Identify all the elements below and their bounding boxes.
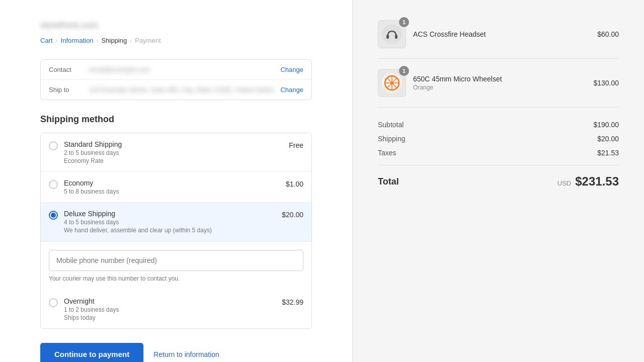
radio-overnight <box>49 298 58 307</box>
mobile-phone-section: Your courier may use this number to cont… <box>41 241 311 290</box>
grand-total-label: Total <box>378 176 399 187</box>
option-info-overnight: Overnight 1 to 2 business days Ships tod… <box>64 297 274 321</box>
option-name-deluxe: Deluxe Shipping <box>64 210 274 218</box>
subtotal-row: Subtotal $190.00 <box>378 118 619 132</box>
svg-rect-2 <box>395 35 397 39</box>
svg-point-0 <box>382 24 402 44</box>
option-info-standard: Standard Shipping 2 to 5 business days E… <box>64 140 281 164</box>
breadcrumb: Cart › Information › Shipping › Payment <box>40 37 312 44</box>
right-panel: 1 ACS Crossfire Headset $60.00 <box>352 0 644 362</box>
breadcrumb-payment: Payment <box>135 37 160 44</box>
option-days-economy: 5 to 8 business days <box>64 188 278 195</box>
item-badge-2: 1 <box>399 66 409 76</box>
contact-change[interactable]: Change <box>280 66 303 73</box>
shipping-method-title: Shipping method <box>40 114 312 125</box>
option-name-economy: Economy <box>64 179 278 187</box>
shipping-option-overnight[interactable]: Overnight 1 to 2 business days Ships tod… <box>41 290 311 328</box>
item-price-1: $60.00 <box>597 30 619 38</box>
radio-standard <box>49 141 58 150</box>
shipping-option-economy[interactable]: Economy 5 to 8 business days $1.00 <box>41 172 311 203</box>
item-image-wrap-1: 1 <box>378 20 406 48</box>
svg-rect-1 <box>386 35 389 39</box>
grand-total-currency: USD <box>557 179 571 187</box>
option-days-standard: 2 to 5 business days <box>64 149 281 156</box>
button-row: Continue to payment Return to informatio… <box>40 343 312 362</box>
option-name-standard: Standard Shipping <box>64 140 281 148</box>
breadcrumb-sep-1: › <box>56 37 58 44</box>
breadcrumb-cart[interactable]: Cart <box>40 37 53 44</box>
option-desc-standard: Economy Rate <box>64 157 281 164</box>
grand-total-row: Total USD $231.53 <box>378 170 619 193</box>
item-details-1: ACS Crossfire Headset <box>413 30 590 38</box>
option-desc-deluxe: We hand deliver, assemble and clear up (… <box>64 227 274 234</box>
contact-label: Contact <box>49 66 89 73</box>
ship-to-row: Ship to 123 Example Street, Suite 456, C… <box>41 80 311 100</box>
option-info-deluxe: Deluxe Shipping 4 to 5 business days We … <box>64 210 274 234</box>
ship-to-label: Ship to <box>49 86 89 94</box>
breadcrumb-shipping: Shipping <box>102 37 127 44</box>
option-name-overnight: Overnight <box>64 297 274 305</box>
radio-deluxe-inner <box>51 213 56 218</box>
total-divider <box>378 165 619 165</box>
order-item-2: 1 650C 45mm Micro Wheelset Orange $130.0… <box>378 69 619 108</box>
item-name-1: ACS Crossfire Headset <box>413 30 590 38</box>
continue-to-payment-button[interactable]: Continue to payment <box>40 343 143 362</box>
subtotal-value: $190.00 <box>593 121 619 129</box>
ship-to-value: 123 Example Street, Suite 456, City, Sta… <box>89 86 280 94</box>
item-price-2: $130.00 <box>593 79 619 87</box>
item-badge-1: 1 <box>399 17 409 27</box>
order-item-1: 1 ACS Crossfire Headset $60.00 <box>378 20 619 59</box>
mobile-phone-hint: Your courier may use this number to cont… <box>49 275 303 282</box>
left-panel: storefront.com Cart › Information › Ship… <box>0 0 352 362</box>
option-price-overnight: $32.99 <box>282 298 303 306</box>
item-name-2: 650C 45mm Micro Wheelset <box>413 75 586 83</box>
subtotal-label: Subtotal <box>378 121 404 129</box>
radio-deluxe <box>49 211 58 220</box>
option-days-overnight: 1 to 2 business days <box>64 306 274 313</box>
taxes-row: Taxes $21.53 <box>378 146 619 160</box>
taxes-label: Taxes <box>378 149 396 157</box>
shipping-option-standard[interactable]: Standard Shipping 2 to 5 business days E… <box>41 133 311 172</box>
breadcrumb-information[interactable]: Information <box>61 37 94 44</box>
contact-info-box: Contact email@example.com Change Ship to… <box>40 59 312 100</box>
item-image-wrap-2: 1 <box>378 69 406 97</box>
breadcrumb-sep-3: › <box>130 37 132 44</box>
shipping-value: $20.00 <box>597 135 619 143</box>
shipping-option-deluxe[interactable]: Deluxe Shipping 4 to 5 business days We … <box>41 203 311 241</box>
shipping-label: Shipping <box>378 135 406 143</box>
grand-total-amount: USD $231.53 <box>557 174 619 189</box>
item-details-2: 650C 45mm Micro Wheelset Orange <box>413 75 586 91</box>
headset-icon <box>381 24 403 45</box>
contact-row: Contact email@example.com Change <box>41 60 311 80</box>
wheel-icon <box>381 72 403 94</box>
item-variant-2: Orange <box>413 84 586 91</box>
store-name: storefront.com <box>40 20 312 31</box>
option-price-deluxe: $20.00 <box>282 211 303 219</box>
breadcrumb-sep-2: › <box>97 37 99 44</box>
option-days-deluxe: 4 to 5 business days <box>64 219 274 226</box>
shipping-options-list: Standard Shipping 2 to 5 business days E… <box>40 133 312 329</box>
svg-point-5 <box>390 81 393 84</box>
option-price-standard: Free <box>289 141 303 149</box>
option-price-economy: $1.00 <box>286 180 303 188</box>
radio-economy <box>49 180 58 189</box>
option-desc-overnight: Ships today <box>64 314 274 321</box>
return-to-information-link[interactable]: Return to information <box>153 350 219 358</box>
shipping-row: Shipping $20.00 <box>378 132 619 146</box>
mobile-phone-input[interactable] <box>49 250 303 271</box>
contact-value: email@example.com <box>89 66 280 73</box>
grand-total-value: $231.53 <box>575 174 619 189</box>
taxes-value: $21.53 <box>597 149 619 157</box>
option-info-economy: Economy 5 to 8 business days <box>64 179 278 195</box>
ship-to-change[interactable]: Change <box>280 86 303 94</box>
totals-section: Subtotal $190.00 Shipping $20.00 Taxes $… <box>378 118 619 193</box>
